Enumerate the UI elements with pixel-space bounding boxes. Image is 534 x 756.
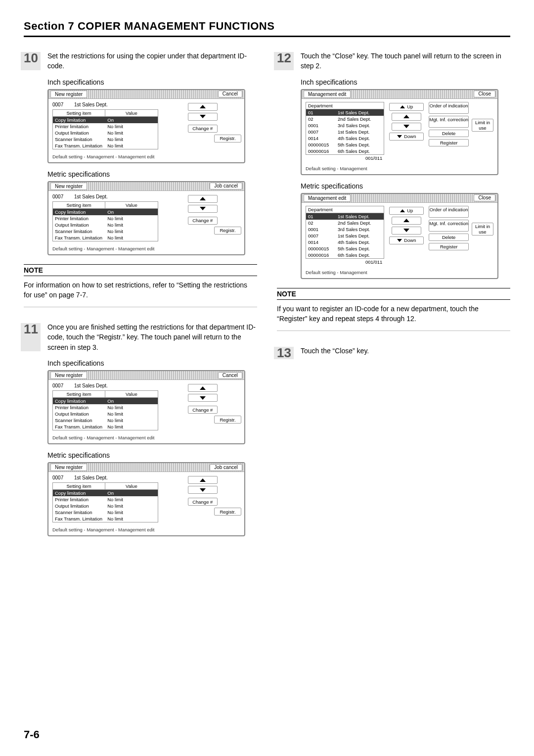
note-heading: NOTE [277, 288, 510, 300]
table-row[interactable]: Output limitationNo limit [53, 130, 158, 136]
close-button[interactable]: Close [474, 194, 495, 201]
new-register-panel: New register Job cancel 00071st Sales De… [47, 181, 245, 255]
table-row[interactable]: Printer limitationNo limit [53, 215, 158, 222]
new-register-panel: New register Job cancel 00071st Sales De… [47, 462, 245, 536]
down-arrow-button[interactable] [188, 113, 218, 121]
down-arrow-button[interactable] [392, 123, 421, 131]
left-column: 10 Set the restrictions for using the co… [24, 51, 257, 543]
step-number: 12 [277, 51, 301, 71]
table-row[interactable]: Output limitationNo limit [53, 411, 158, 417]
table-row[interactable]: Printer limitationNo limit [53, 123, 158, 130]
table-row[interactable]: Copy limitationOn [53, 209, 158, 215]
list-item[interactable]: 022nd Sales Dept. [306, 220, 384, 226]
table-row[interactable]: Fax Transm. LimitationNo limit [53, 516, 158, 522]
list-item[interactable]: 000000155th Sales Dept. [306, 245, 384, 252]
mgt-inf-correction-button[interactable]: Mgt. Inf. correction [429, 116, 469, 128]
step-number: 13 [277, 346, 301, 360]
down-button[interactable]: Down [389, 236, 424, 244]
up-arrow-button[interactable] [188, 384, 218, 392]
register-button[interactable]: Register [429, 139, 469, 146]
change-button[interactable]: Change # [188, 217, 218, 225]
change-button[interactable]: Change # [188, 498, 218, 506]
up-arrow-button[interactable] [188, 476, 218, 484]
up-arrow-button[interactable] [188, 103, 218, 111]
new-register-panel: New register Cancel 00071st Sales Dept. … [47, 89, 245, 163]
cancel-button[interactable]: Cancel [218, 372, 242, 379]
registr-button[interactable]: Registr. [214, 416, 241, 424]
settings-table: Copy limitationOn Printer limitationNo l… [52, 116, 158, 149]
down-arrow-button[interactable] [188, 486, 218, 494]
registr-button[interactable]: Registr. [214, 135, 241, 142]
close-button[interactable]: Close [474, 91, 495, 97]
table-row[interactable]: Fax Transm. LimitationNo limit [53, 142, 158, 149]
cancel-button[interactable]: Cancel [218, 91, 242, 97]
table-row[interactable]: Output limitationNo limit [53, 503, 158, 509]
delete-button[interactable]: Delete [429, 130, 469, 137]
list-item[interactable]: 000000166th Sales Dept. [306, 252, 384, 258]
table-row[interactable]: Scanner limitationNo limit [53, 417, 158, 424]
list-item[interactable]: 000000166th Sales Dept. [306, 148, 384, 154]
up-arrow-icon [400, 209, 405, 212]
mgt-inf-correction-button[interactable]: Mgt. Inf. correction [429, 220, 469, 232]
list-item[interactable]: 00013rd Sales Dept. [306, 122, 384, 129]
metric-spec-label: Metric specifications [47, 451, 257, 459]
down-arrow-button[interactable] [188, 205, 218, 213]
down-button[interactable]: Down [389, 133, 424, 141]
down-arrow-button[interactable] [392, 227, 421, 235]
list-item[interactable]: 00144th Sales Dept. [306, 239, 384, 245]
list-item[interactable]: 00144th Sales Dept. [306, 135, 384, 142]
up-arrow-button[interactable] [188, 195, 218, 203]
table-row[interactable]: Scanner limitationNo limit [53, 509, 158, 516]
table-row[interactable]: Printer limitationNo limit [53, 404, 158, 411]
up-arrow-button[interactable] [392, 217, 421, 225]
col-setting-item: Setting item [53, 110, 105, 116]
table-row[interactable]: Copy limitationOn [53, 490, 158, 496]
step-number: 10 [24, 51, 47, 71]
list-item[interactable]: 022nd Sales Dept. [306, 116, 384, 122]
step-10: 10 Set the restrictions for using the co… [24, 51, 257, 71]
note-heading: NOTE [24, 264, 257, 276]
department-list: 011st Sales Dept. 022nd Sales Dept. 0001… [306, 109, 384, 155]
step-text: Set the restrictions for using the copie… [47, 51, 257, 71]
metric-spec-label: Metric specifications [301, 182, 510, 190]
job-cancel-button[interactable]: Job cancel [210, 183, 242, 189]
list-item[interactable]: 011st Sales Dept. [306, 213, 384, 220]
down-arrow-button[interactable] [188, 394, 218, 402]
step-number: 11 [24, 322, 47, 352]
table-row[interactable]: Printer limitationNo limit [53, 496, 158, 503]
job-cancel-button[interactable]: Job cancel [210, 464, 242, 471]
register-button[interactable]: Register [429, 243, 469, 250]
down-arrow-icon [397, 239, 402, 242]
table-row[interactable]: Copy limitationOn [53, 398, 158, 404]
step-11: 11 Once you are finished setting the res… [24, 322, 257, 352]
step-12: 12 Touch the “Close” key. The touch pane… [277, 51, 510, 71]
up-button[interactable]: Up [389, 103, 424, 111]
table-row[interactable]: Copy limitationOn [53, 117, 158, 123]
limit-in-use-button[interactable]: Limit in use [472, 119, 493, 132]
table-row[interactable]: Fax Transm. LimitationNo limit [53, 235, 158, 241]
list-item[interactable]: 00071st Sales Dept. [306, 129, 384, 135]
section-title: Section 7 COPIER MANAGEMENT FUNCTIONS [24, 20, 510, 37]
metric-spec-label: Metric specifications [47, 170, 257, 178]
limit-in-use-button[interactable]: Limit in use [472, 223, 493, 236]
registr-button[interactable]: Registr. [214, 227, 241, 235]
change-button[interactable]: Change # [188, 406, 218, 414]
table-row[interactable]: Scanner limitationNo limit [53, 136, 158, 142]
table-row[interactable]: Output limitationNo limit [53, 222, 158, 228]
new-register-panel: New register Cancel 00071st Sales Dept. … [47, 370, 245, 444]
list-item[interactable]: 00071st Sales Dept. [306, 233, 384, 239]
list-item[interactable]: 000000155th Sales Dept. [306, 142, 384, 148]
table-row[interactable]: Scanner limitationNo limit [53, 228, 158, 235]
change-button[interactable]: Change # [188, 125, 218, 133]
order-of-indication-button[interactable]: Order of indication [429, 206, 469, 218]
up-button[interactable]: Up [389, 207, 424, 215]
order-of-indication-button[interactable]: Order of indication [429, 102, 469, 114]
up-arrow-button[interactable] [392, 113, 421, 121]
note-body: For information on how to set restrictio… [24, 280, 257, 300]
registr-button[interactable]: Registr. [214, 508, 241, 516]
delete-button[interactable]: Delete [429, 234, 469, 241]
step-text: Once you are finished setting the restri… [47, 322, 257, 352]
list-item[interactable]: 011st Sales Dept. [306, 109, 384, 116]
list-item[interactable]: 00013rd Sales Dept. [306, 226, 384, 233]
table-row[interactable]: Fax Transm. LimitationNo limit [53, 424, 158, 430]
